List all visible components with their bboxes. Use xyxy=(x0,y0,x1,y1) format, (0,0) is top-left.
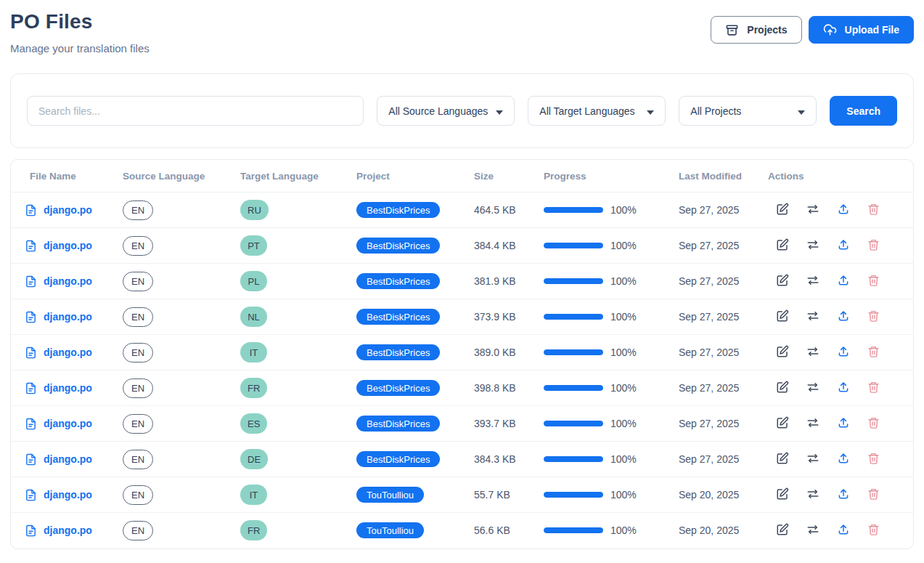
target-language-badge: RU xyxy=(240,200,269,220)
upload-row-button[interactable] xyxy=(837,203,850,218)
source-language-select-value: All Source Languages xyxy=(388,105,488,117)
files-table-card: File Name Source Language Target Languag… xyxy=(10,159,914,549)
edit-button[interactable] xyxy=(776,309,789,325)
file-link[interactable]: django.po xyxy=(44,204,92,216)
swap-languages-button[interactable] xyxy=(806,309,819,325)
progress: 100% xyxy=(544,489,667,501)
trash-icon xyxy=(867,452,880,467)
project-badge: BestDiskPrices xyxy=(356,273,440,289)
trash-icon xyxy=(867,203,880,218)
swap-languages-button[interactable] xyxy=(806,203,819,218)
swap-languages-button[interactable] xyxy=(806,345,819,360)
target-language-select[interactable]: All Target Languages xyxy=(528,96,666,126)
edit-icon xyxy=(776,203,789,218)
delete-button[interactable] xyxy=(867,238,880,254)
file-cell: django.po xyxy=(11,240,123,252)
projects-button[interactable]: Projects xyxy=(711,16,801,44)
upload-row-button[interactable] xyxy=(837,523,850,538)
progress-bar xyxy=(544,421,603,426)
file-link[interactable]: django.po xyxy=(44,489,92,501)
file-size: 373.9 KB xyxy=(474,299,544,335)
file-text-icon xyxy=(25,489,37,501)
files-table: File Name Source Language Target Languag… xyxy=(11,160,913,548)
swap-languages-button[interactable] xyxy=(806,523,819,538)
table-row: django.po EN RU BestDiskPrices 464.5 KB … xyxy=(11,193,913,228)
project-select[interactable]: All Projects xyxy=(679,96,817,126)
swap-languages-button[interactable] xyxy=(806,487,819,503)
source-language-badge: EN xyxy=(123,307,153,327)
upload-row-button[interactable] xyxy=(837,238,850,254)
edit-button[interactable] xyxy=(776,523,789,538)
progress-label: 100% xyxy=(610,453,637,465)
upload-row-button[interactable] xyxy=(837,416,850,432)
file-size: 393.7 KB xyxy=(474,406,544,442)
file-link[interactable]: django.po xyxy=(44,418,92,429)
upload-row-button[interactable] xyxy=(837,452,850,467)
progress-label: 100% xyxy=(610,347,637,358)
delete-button[interactable] xyxy=(867,345,880,360)
last-modified: Sep 27, 2025 xyxy=(667,264,766,299)
source-language-badge: EN xyxy=(123,450,153,469)
swap-languages-button[interactable] xyxy=(806,452,819,467)
header-actions: Projects Upload File xyxy=(711,9,914,44)
file-text-icon xyxy=(25,240,37,252)
search-button[interactable]: Search xyxy=(830,96,897,126)
cloud-upload-icon xyxy=(823,23,837,37)
edit-icon xyxy=(776,381,789,396)
file-cell: django.po xyxy=(11,382,123,394)
table-row: django.po EN PT BestDiskPrices 384.4 KB … xyxy=(11,228,913,264)
upload-file-button[interactable]: Upload File xyxy=(809,16,914,44)
file-link[interactable]: django.po xyxy=(44,347,92,358)
swap-languages-button[interactable] xyxy=(806,381,819,396)
progress-bar xyxy=(544,207,603,213)
edit-button[interactable] xyxy=(776,274,789,289)
upload-icon xyxy=(837,523,850,538)
upload-row-button[interactable] xyxy=(837,345,850,360)
file-link[interactable]: django.po xyxy=(44,275,92,287)
target-language-badge: IT xyxy=(240,342,267,362)
project-badge: BestDiskPrices xyxy=(356,309,440,325)
delete-button[interactable] xyxy=(867,203,880,218)
delete-button[interactable] xyxy=(867,416,880,432)
delete-button[interactable] xyxy=(867,381,880,396)
upload-row-button[interactable] xyxy=(837,274,850,289)
page-header: PO Files Manage your translation files P… xyxy=(10,9,914,54)
swap-arrows-icon xyxy=(806,452,819,467)
edit-button[interactable] xyxy=(776,203,789,218)
upload-row-button[interactable] xyxy=(837,309,850,325)
delete-button[interactable] xyxy=(867,452,880,467)
progress: 100% xyxy=(544,347,667,358)
file-link[interactable]: django.po xyxy=(44,453,92,465)
edit-button[interactable] xyxy=(776,452,789,467)
delete-button[interactable] xyxy=(867,487,880,503)
file-cell: django.po xyxy=(11,275,123,288)
swap-languages-button[interactable] xyxy=(806,238,819,254)
upload-icon xyxy=(837,452,850,467)
file-link[interactable]: django.po xyxy=(44,311,92,323)
delete-button[interactable] xyxy=(867,274,880,289)
source-language-select[interactable]: All Source Languages xyxy=(377,96,515,126)
swap-languages-button[interactable] xyxy=(806,274,819,289)
file-link[interactable]: django.po xyxy=(44,240,92,251)
edit-button[interactable] xyxy=(776,487,789,503)
trash-icon xyxy=(867,274,880,289)
trash-icon xyxy=(867,416,880,432)
table-row: django.po EN DE BestDiskPrices 384.3 KB … xyxy=(11,442,913,477)
search-input[interactable] xyxy=(27,96,364,126)
progress-bar xyxy=(544,492,603,498)
edit-button[interactable] xyxy=(776,345,789,360)
edit-button[interactable] xyxy=(776,416,789,432)
upload-row-button[interactable] xyxy=(837,381,850,396)
file-link[interactable]: django.po xyxy=(44,524,92,536)
edit-button[interactable] xyxy=(776,381,789,396)
upload-row-button[interactable] xyxy=(837,487,850,503)
progress: 100% xyxy=(544,382,667,394)
upload-icon xyxy=(837,274,850,289)
edit-icon xyxy=(776,309,789,325)
delete-button[interactable] xyxy=(867,523,880,538)
archive-icon xyxy=(725,23,739,37)
swap-languages-button[interactable] xyxy=(806,416,819,432)
file-link[interactable]: django.po xyxy=(44,382,92,394)
edit-button[interactable] xyxy=(776,238,789,254)
delete-button[interactable] xyxy=(867,309,880,325)
